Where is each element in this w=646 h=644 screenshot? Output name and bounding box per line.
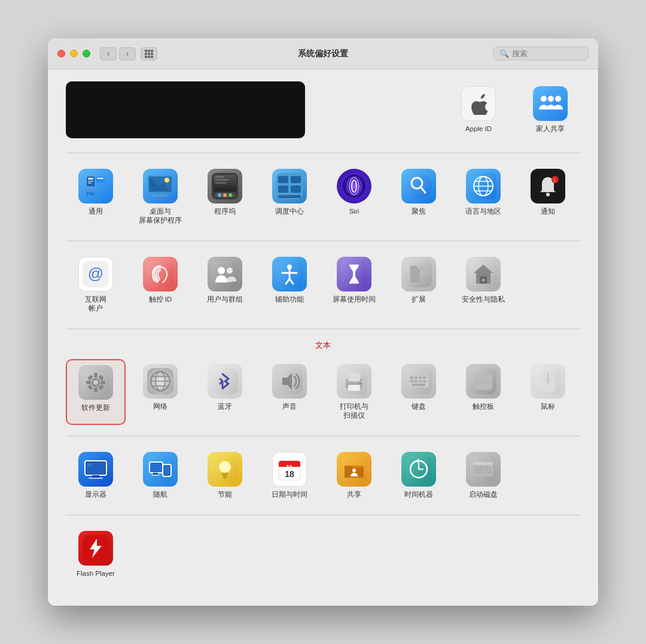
search-icon: 🔍 — [499, 49, 509, 58]
icon-item-printer[interactable]: 打印机与扫描仪 — [324, 359, 384, 425]
svg-rect-123 — [89, 478, 103, 479]
svg-text:!: ! — [554, 178, 555, 183]
icon-item-screentime[interactable]: 屏幕使用时间 — [324, 252, 384, 318]
section3-grid: 软件更新 — [66, 359, 580, 425]
svg-line-138 — [219, 461, 220, 463]
timemachine-label: 时间机器 — [404, 490, 433, 499]
access-icon — [272, 257, 307, 291]
icon-item-users[interactable]: 用户与群组 — [195, 252, 255, 318]
icon-item-apple-id[interactable]: Apple ID — [449, 81, 508, 138]
svg-point-32 — [228, 193, 232, 197]
mouse-icon — [531, 364, 565, 399]
svg-rect-81 — [86, 381, 91, 384]
svg-point-145 — [352, 469, 356, 472]
icon-item-notification[interactable]: ! 通知 — [518, 164, 578, 230]
startup-label: 启动磁盘 — [469, 490, 498, 499]
window-title: 系统偏好设置 — [298, 48, 348, 59]
icon-item-language[interactable]: 语言与地区 — [453, 164, 513, 230]
close-button[interactable] — [57, 50, 65, 57]
security-label: 安全性与隐私 — [462, 295, 505, 304]
timemachine-icon — [401, 452, 436, 487]
user-banner[interactable] — [66, 81, 305, 138]
svg-point-11 — [555, 96, 561, 102]
icon-item-desktop[interactable]: 桌面与屏幕保护程序 — [130, 164, 190, 230]
icon-item-trackpad[interactable]: 触控板 — [453, 359, 513, 425]
internet-icon: @ — [78, 257, 113, 291]
icon-item-software[interactable]: 软件更新 — [66, 359, 126, 425]
touchid-label: 触控 ID — [149, 295, 172, 304]
search-box[interactable]: 🔍 — [493, 47, 589, 60]
bluetooth-label: 蓝牙 — [218, 402, 232, 411]
grid-view-button[interactable] — [141, 47, 157, 60]
svg-rect-38 — [291, 176, 301, 183]
svg-line-137 — [230, 461, 231, 463]
back-button[interactable]: ‹ — [100, 47, 117, 60]
svg-rect-130 — [151, 475, 160, 476]
language-icon — [466, 169, 501, 203]
svg-rect-133 — [222, 473, 228, 475]
section-5: Flash Player — [66, 515, 580, 583]
icon-item-touchid[interactable]: 触控 ID — [130, 252, 190, 318]
icon-item-bluetooth[interactable]: 蓝牙 — [195, 359, 255, 425]
icon-item-spotlight[interactable]: 聚焦 — [389, 164, 449, 230]
svg-rect-61 — [147, 261, 173, 287]
network-label: 网络 — [153, 402, 167, 411]
minimize-button[interactable] — [70, 50, 78, 57]
forward-button[interactable]: › — [119, 47, 136, 60]
icon-item-dock[interactable]: 程序坞 — [195, 164, 255, 230]
icon-item-sound[interactable]: 声音 — [260, 359, 319, 425]
svg-rect-104 — [410, 376, 413, 379]
icon-item-sharing[interactable]: 共享 — [324, 447, 384, 504]
screentime-icon — [337, 257, 371, 291]
icon-item-display[interactable]: 显示器 — [66, 447, 126, 504]
icon-item-mission[interactable]: 调度中心 — [260, 164, 319, 230]
content-area: Apple ID — [48, 69, 598, 606]
printer-icon — [337, 364, 371, 399]
apple-id-label: Apple ID — [465, 124, 492, 133]
nav-buttons: ‹ › — [100, 47, 136, 60]
icon-item-flash[interactable]: Flash Player — [66, 526, 126, 583]
svg-point-64 — [227, 268, 233, 274]
general-icon: File New One — [78, 169, 113, 203]
icon-item-timemachine[interactable]: 时间机器 — [389, 447, 449, 504]
bluetooth-icon — [208, 364, 242, 399]
icon-item-energy[interactable]: 节能 — [195, 447, 255, 504]
svg-rect-1 — [148, 50, 150, 52]
sound-icon — [272, 364, 307, 399]
svg-rect-111 — [423, 380, 426, 382]
internet-label: 互联网帐户 — [85, 295, 106, 313]
svg-rect-129 — [153, 473, 158, 475]
icon-item-access[interactable]: 辅助功能 — [260, 252, 319, 318]
icon-item-sidecar[interactable]: 随航 — [130, 447, 190, 504]
svg-rect-107 — [423, 376, 426, 379]
maximize-button[interactable] — [83, 50, 90, 57]
svg-rect-7 — [148, 56, 150, 58]
svg-point-10 — [548, 96, 554, 102]
svg-rect-109 — [415, 380, 418, 382]
svg-rect-14 — [88, 181, 93, 182]
sharing-label: 共享 — [347, 490, 361, 499]
icon-item-keyboard[interactable]: 键盘 — [389, 359, 449, 425]
icon-item-startup[interactable]: 启动磁盘 — [453, 447, 513, 504]
svg-text:18: 18 — [285, 469, 294, 479]
sidecar-label: 随航 — [153, 490, 167, 499]
keyboard-label: 键盘 — [412, 402, 426, 411]
icon-item-security[interactable]: 安全性与隐私 — [453, 252, 513, 318]
icon-item-family[interactable]: 家人共享 — [520, 81, 580, 138]
icon-item-mouse[interactable]: 鼠标 — [518, 359, 578, 425]
search-input[interactable] — [512, 49, 582, 58]
svg-point-46 — [406, 173, 432, 199]
icon-item-general[interactable]: File New One 通用 — [66, 164, 126, 230]
trackpad-label: 触控板 — [473, 402, 494, 411]
icon-item-datetime[interactable]: JUL 18 日期与时间 — [260, 447, 319, 504]
users-label: 用户与群组 — [207, 295, 243, 304]
icon-item-internet[interactable]: @ 互联网帐户 — [66, 252, 126, 318]
svg-point-155 — [487, 469, 489, 472]
datetime-icon: JUL 18 — [272, 452, 307, 487]
icon-item-siri[interactable]: Siri — [324, 164, 384, 230]
icon-item-extensions[interactable]: 扩展 — [389, 252, 449, 318]
svg-rect-135 — [223, 477, 227, 479]
svg-rect-15 — [88, 183, 92, 184]
icon-item-network[interactable]: 网络 — [130, 359, 190, 425]
network-icon — [143, 364, 178, 399]
